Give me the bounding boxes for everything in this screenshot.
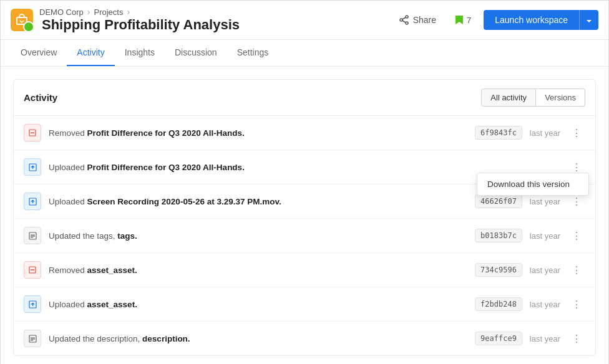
- content-area: Activity All activity Versions Removed P…: [1, 67, 608, 364]
- activity-time: last year: [530, 266, 560, 275]
- tab-overview[interactable]: Overview: [11, 40, 67, 66]
- app-logo: [11, 9, 33, 31]
- activity-header: Activity All activity Versions: [14, 80, 595, 116]
- svg-rect-0: [17, 17, 27, 24]
- version-badge: 6f9843fc: [475, 126, 522, 140]
- activity-row: Removed Profit Difference for Q3 2020 Al…: [14, 116, 595, 150]
- activity-text: Removed asset_asset.: [49, 266, 475, 275]
- activity-text: Updated the tags, tags.: [49, 231, 475, 241]
- activity-time: last year: [530, 197, 560, 206]
- activity-text: Updated the description, description.: [49, 334, 475, 343]
- tab-settings[interactable]: Settings: [227, 40, 279, 66]
- share-icon: [399, 15, 409, 25]
- activity-icon-uploaded: [24, 295, 41, 313]
- activity-bold-text: Profit Difference for Q3 2020 All-Hands.: [87, 163, 245, 172]
- tab-discussion[interactable]: Discussion: [165, 40, 227, 66]
- version-badge: b0183b7c: [475, 229, 522, 242]
- more-menu-button[interactable]: ⋮: [568, 332, 585, 346]
- org-link[interactable]: DEMO Corp: [39, 7, 84, 17]
- activity-text: Uploaded Screen Recording 2020-05-26 at …: [49, 197, 475, 206]
- nav-tabs: Overview Activity Insights Discussion Se…: [1, 40, 608, 67]
- activity-icon-removed: [24, 124, 41, 141]
- breadcrumb-sep2: ›: [127, 7, 130, 17]
- edit-icon: [29, 335, 37, 343]
- svg-line-5: [402, 21, 405, 22]
- bookmark-button[interactable]: 7: [449, 11, 477, 29]
- filter-all-activity[interactable]: All activity: [481, 89, 536, 107]
- svg-point-3: [400, 19, 402, 21]
- version-badge: 46626f07: [475, 194, 522, 208]
- svg-point-2: [406, 22, 408, 24]
- activity-bold-text: Screen Recording 2020-05-26 at 3.29.37 P…: [87, 197, 281, 206]
- version-badge: f2bdb248: [475, 297, 522, 311]
- upload-icon: [29, 198, 37, 206]
- tag-icon: [29, 232, 37, 240]
- launch-workspace-button[interactable]: Launch workspace: [484, 10, 579, 30]
- filter-versions[interactable]: Versions: [536, 89, 585, 107]
- activity-time: last year: [530, 300, 560, 309]
- activity-bold-text: Profit Difference for Q3 2020 All-Hands.: [87, 128, 245, 138]
- svg-line-4: [402, 17, 405, 19]
- title-area: DEMO Corp › Projects › Shipping Profitab…: [39, 7, 240, 33]
- more-menu-button[interactable]: ⋮: [568, 263, 585, 277]
- version-badge: 9eaffce9: [475, 332, 522, 345]
- breadcrumb: DEMO Corp › Projects ›: [39, 7, 240, 17]
- upload-icon: [29, 163, 37, 171]
- activity-card: Activity All activity Versions Removed P…: [13, 79, 596, 356]
- activity-icon-updated: [24, 330, 41, 347]
- activity-title: Activity: [24, 92, 57, 103]
- activity-icon-uploaded: [24, 158, 41, 176]
- activity-time: last year: [530, 231, 560, 241]
- breadcrumb-sep1: ›: [87, 7, 90, 17]
- activity-bold-text: description.: [142, 334, 190, 343]
- download-version-item[interactable]: Download this version: [477, 173, 588, 195]
- activity-icon-uploaded: [24, 193, 41, 210]
- projects-link[interactable]: Projects: [94, 7, 123, 17]
- launch-btn-group: Launch workspace: [484, 10, 598, 30]
- header-actions: Share 7 Launch workspace: [393, 10, 598, 30]
- activity-row: Uploaded asset_asset. f2bdb248 last year…: [14, 287, 595, 322]
- dropdown-menu: Download this version: [477, 173, 589, 196]
- activity-text: Removed Profit Difference for Q3 2020 Al…: [49, 128, 475, 138]
- activity-row: Removed asset_asset. 734c9596 last year …: [14, 253, 595, 287]
- activity-filters: All activity Versions: [481, 89, 585, 107]
- bookmark-count: 7: [467, 16, 471, 25]
- tab-insights[interactable]: Insights: [115, 40, 165, 66]
- version-badge: 734c9596: [475, 263, 522, 277]
- activity-text: Uploaded asset_asset.: [49, 300, 475, 309]
- minus-icon: [29, 129, 36, 136]
- share-button[interactable]: Share: [393, 11, 442, 29]
- more-menu-button[interactable]: ⋮: [568, 126, 585, 140]
- svg-point-1: [406, 16, 408, 18]
- more-menu-button[interactable]: ⋮: [568, 194, 585, 209]
- minus-icon: [29, 266, 36, 274]
- activity-icon-removed: [24, 261, 41, 279]
- more-menu-button[interactable]: ⋮: [568, 297, 585, 312]
- page-title: Shipping Profitability Analysis: [42, 17, 240, 33]
- activity-text: Uploaded Profit Difference for Q3 2020 A…: [49, 163, 568, 172]
- activity-row: Updated the tags, tags. b0183b7c last ye…: [14, 219, 595, 253]
- activity-bold-text: asset_asset.: [87, 266, 137, 275]
- tab-activity[interactable]: Activity: [67, 40, 114, 66]
- activity-bold-text: tags.: [117, 231, 137, 241]
- activity-icon-updated: [24, 227, 41, 244]
- more-menu-button[interactable]: ⋮: [568, 229, 585, 243]
- upload-icon: [29, 300, 37, 309]
- bookmark-icon: [455, 15, 464, 25]
- activity-row: Updated the description, description. 9e…: [14, 322, 595, 355]
- launch-dropdown-button[interactable]: [579, 10, 598, 30]
- chevron-down-icon: [586, 19, 592, 23]
- top-bar: DEMO Corp › Projects › Shipping Profitab…: [1, 1, 608, 40]
- activity-row: Uploaded Profit Difference for Q3 2020 A…: [14, 150, 595, 184]
- activity-bold-text: asset_asset.: [87, 300, 137, 309]
- activity-time: last year: [530, 334, 560, 343]
- activity-time: last year: [530, 128, 560, 138]
